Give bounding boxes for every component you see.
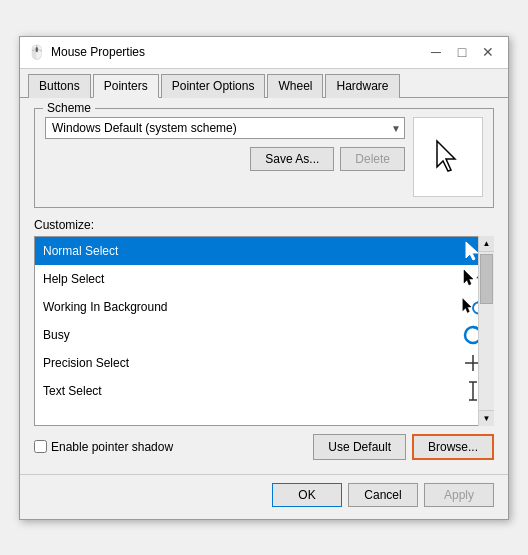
scrollbar-thumb[interactable] xyxy=(480,254,493,304)
list-item-text-select[interactable]: Text Select xyxy=(35,377,493,405)
scrollbar-track xyxy=(479,252,494,410)
maximize-button[interactable]: □ xyxy=(450,40,474,64)
svg-marker-0 xyxy=(437,141,455,171)
use-default-button[interactable]: Use Default xyxy=(313,434,406,460)
tabs-bar: Buttons Pointers Pointer Options Wheel H… xyxy=(20,69,508,98)
tab-wheel[interactable]: Wheel xyxy=(267,74,323,98)
apply-button[interactable]: Apply xyxy=(424,483,494,507)
scheme-group: Scheme Windows Default (system scheme) W… xyxy=(34,108,494,208)
dialog-buttons: OK Cancel Apply xyxy=(20,474,508,519)
tab-hardware[interactable]: Hardware xyxy=(325,74,399,98)
window-icon: 🖱️ xyxy=(28,44,45,60)
list-item-help-select[interactable]: Help Select ? xyxy=(35,265,493,293)
list-item-working-bg[interactable]: Working In Background xyxy=(35,293,493,321)
browse-button[interactable]: Browse... xyxy=(412,434,494,460)
delete-button[interactable]: Delete xyxy=(340,147,405,171)
scheme-content: Windows Default (system scheme) Windows … xyxy=(45,117,483,197)
scheme-select-wrapper: Windows Default (system scheme) Windows … xyxy=(45,117,405,139)
shadow-label[interactable]: Enable pointer shadow xyxy=(51,440,173,454)
scheme-area: Windows Default (system scheme) Windows … xyxy=(45,117,405,171)
scrollbar[interactable]: ▲ ▼ xyxy=(478,236,494,426)
mouse-properties-dialog: 🖱️ Mouse Properties ─ □ ✕ Buttons Pointe… xyxy=(19,36,509,520)
title-bar: 🖱️ Mouse Properties ─ □ ✕ xyxy=(20,37,508,69)
cursor-list[interactable]: Normal Select Help Select ? xyxy=(34,236,494,426)
tab-buttons[interactable]: Buttons xyxy=(28,74,91,98)
cursor-preview-icon xyxy=(433,139,463,174)
list-item-normal-select[interactable]: Normal Select xyxy=(35,237,493,265)
shadow-checkbox[interactable] xyxy=(34,440,47,453)
tab-pointer-options[interactable]: Pointer Options xyxy=(161,74,266,98)
cursor-action-buttons: Use Default Browse... xyxy=(313,434,494,460)
svg-marker-2 xyxy=(464,270,473,285)
shadow-checkbox-row: Enable pointer shadow xyxy=(34,440,173,454)
svg-marker-4 xyxy=(463,298,471,312)
scheme-dropdown[interactable]: Windows Default (system scheme) Windows … xyxy=(45,117,405,139)
title-bar-left: 🖱️ Mouse Properties xyxy=(28,44,145,60)
window-title: Mouse Properties xyxy=(51,45,145,59)
close-button[interactable]: ✕ xyxy=(476,40,500,64)
tab-pointers[interactable]: Pointers xyxy=(93,74,159,98)
scheme-label: Scheme xyxy=(43,101,95,115)
title-controls: ─ □ ✕ xyxy=(424,40,500,64)
save-as-button[interactable]: Save As... xyxy=(250,147,334,171)
scheme-buttons: Save As... Delete xyxy=(45,147,405,171)
customize-label: Customize: xyxy=(34,218,494,232)
list-item-precision[interactable]: Precision Select xyxy=(35,349,493,377)
ok-button[interactable]: OK xyxy=(272,483,342,507)
cancel-button[interactable]: Cancel xyxy=(348,483,418,507)
svg-marker-1 xyxy=(466,242,478,260)
minimize-button[interactable]: ─ xyxy=(424,40,448,64)
scrollbar-up-button[interactable]: ▲ xyxy=(479,236,494,252)
tab-content: Scheme Windows Default (system scheme) W… xyxy=(20,98,508,470)
list-item-busy[interactable]: Busy xyxy=(35,321,493,349)
bottom-options: Enable pointer shadow Use Default Browse… xyxy=(34,434,494,460)
cursor-preview-box xyxy=(413,117,483,197)
scrollbar-down-button[interactable]: ▼ xyxy=(479,410,494,426)
customize-list-container: Normal Select Help Select ? xyxy=(34,236,494,426)
